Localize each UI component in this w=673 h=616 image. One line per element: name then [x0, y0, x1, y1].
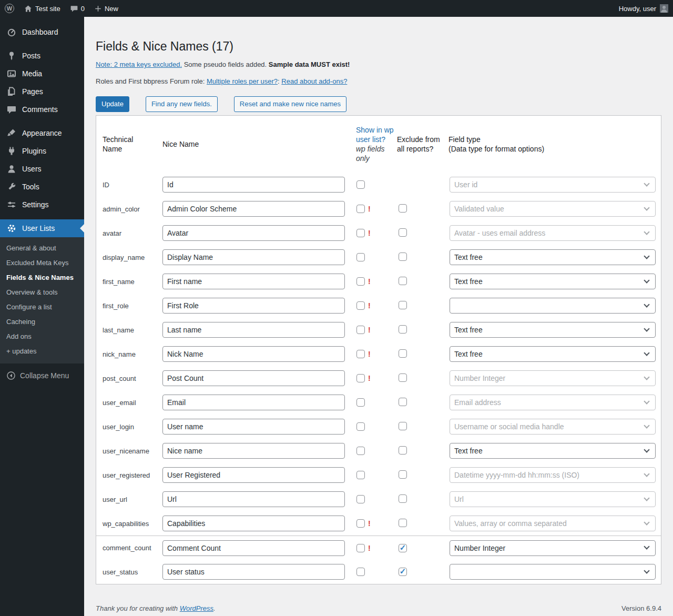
- show-checkbox[interactable]: ✓: [356, 277, 365, 286]
- exclude-checkbox[interactable]: ✓: [399, 204, 407, 213]
- sidebar-item-posts[interactable]: Posts: [0, 47, 84, 65]
- field-type-select[interactable]: Text free: [450, 322, 656, 338]
- field-type-select[interactable]: Text free: [450, 274, 656, 289]
- nice-name-input[interactable]: [162, 370, 345, 386]
- exclude-checkbox[interactable]: ✓: [399, 470, 407, 479]
- field-type-select[interactable]: Email address: [450, 395, 656, 410]
- reset-nice-names-button[interactable]: Reset and make new nice names: [234, 96, 346, 112]
- exclude-checkbox[interactable]: ✓: [399, 446, 407, 455]
- field-type-select[interactable]: Values, array or comma separated: [450, 516, 656, 531]
- show-checkbox[interactable]: ✓: [356, 180, 365, 189]
- exclude-checkbox[interactable]: ✓: [399, 519, 407, 527]
- sidebar-item-media[interactable]: Media: [0, 65, 84, 83]
- field-type-select[interactable]: [450, 564, 656, 580]
- field-type-select[interactable]: Number Integer: [450, 540, 656, 556]
- wordpress-link[interactable]: WordPress: [180, 604, 213, 612]
- nice-name-input[interactable]: [162, 419, 345, 435]
- nice-name-input[interactable]: [162, 201, 345, 217]
- collapse-menu-button[interactable]: Collapse Menu: [0, 367, 84, 385]
- field-type-select[interactable]: Text free: [450, 443, 656, 459]
- show-checkbox[interactable]: ✓: [356, 398, 365, 407]
- show-checkbox[interactable]: ✓: [356, 374, 365, 382]
- show-checkbox[interactable]: ✓: [356, 495, 365, 503]
- nice-name-input[interactable]: [162, 177, 345, 193]
- nice-name-input[interactable]: [162, 467, 345, 483]
- exclude-checkbox[interactable]: ✓: [399, 228, 407, 237]
- exclude-checkbox[interactable]: ✓: [399, 277, 407, 285]
- show-checkbox[interactable]: ✓: [356, 447, 365, 455]
- nice-name-input[interactable]: [162, 249, 345, 265]
- show-checkbox[interactable]: ✓: [356, 326, 365, 334]
- sidebar-item-dashboard[interactable]: Dashboard: [0, 23, 84, 41]
- nice-name-input[interactable]: [162, 443, 345, 459]
- exclude-checkbox[interactable]: ✓: [399, 253, 407, 261]
- nice-name-input[interactable]: [162, 491, 345, 507]
- sidebar-item-settings[interactable]: Settings: [0, 196, 84, 214]
- exclude-checkbox[interactable]: ✓: [399, 422, 407, 430]
- exclude-checkbox[interactable]: ✓: [399, 301, 407, 309]
- submenu-item-updates[interactable]: + updates: [0, 344, 84, 359]
- show-checkbox[interactable]: ✓: [356, 544, 365, 552]
- exclude-checkbox[interactable]: ✓: [399, 544, 407, 552]
- exclude-checkbox[interactable]: ✓: [399, 373, 407, 382]
- field-type-select[interactable]: Username or social media handle: [450, 419, 656, 435]
- show-checkbox[interactable]: ✓: [356, 471, 365, 479]
- sidebar-item-plugins[interactable]: Plugins: [0, 142, 84, 160]
- sidebar-item-pages[interactable]: Pages: [0, 83, 84, 100]
- meta-keys-excluded-link[interactable]: Note: 2 meta keys excluded.: [96, 60, 182, 68]
- submenu-item-cacheing[interactable]: Cacheing: [0, 315, 84, 329]
- submenu-item-overview-tools[interactable]: Overview & tools: [0, 285, 84, 300]
- read-about-addons-link[interactable]: Read about add-ons?: [281, 77, 347, 85]
- find-new-fields-button[interactable]: Find any new fields.: [146, 96, 218, 112]
- exclude-checkbox[interactable]: ✓: [399, 568, 407, 576]
- exclude-checkbox[interactable]: ✓: [399, 325, 407, 334]
- submenu-item-configure-a-list[interactable]: Configure a list: [0, 300, 84, 315]
- sidebar-item-user-lists[interactable]: User Lists: [0, 219, 84, 237]
- submenu-item-fields-nice-names[interactable]: Fields & Nice Names: [0, 270, 84, 285]
- sidebar-item-users[interactable]: Users: [0, 160, 84, 178]
- field-type-select[interactable]: Avatar - uses email address: [450, 225, 656, 241]
- field-type-select[interactable]: Text free: [450, 346, 656, 362]
- site-link[interactable]: Test site: [19, 0, 65, 17]
- update-button[interactable]: Update: [96, 96, 129, 112]
- avatar[interactable]: [660, 4, 668, 13]
- nice-name-input[interactable]: [162, 322, 345, 338]
- field-type-select[interactable]: Number Integer: [450, 370, 656, 386]
- nice-name-input[interactable]: [162, 540, 345, 556]
- exclude-checkbox[interactable]: ✓: [399, 349, 407, 358]
- exclude-checkbox[interactable]: ✓: [399, 398, 407, 406]
- field-type-select[interactable]: [450, 298, 656, 314]
- sidebar-item-tools[interactable]: Tools: [0, 178, 84, 196]
- nice-name-input[interactable]: [162, 225, 345, 241]
- field-type-select[interactable]: Url: [450, 491, 656, 507]
- field-type-select[interactable]: Datetime yyyy-mm-dd hh:mm:ss (ISO): [450, 467, 656, 483]
- show-in-wp-user-list-link[interactable]: Show in wp user list?: [356, 125, 397, 144]
- show-checkbox[interactable]: ✓: [356, 350, 365, 358]
- show-checkbox[interactable]: ✓: [356, 253, 365, 261]
- wordpress-menu[interactable]: W: [0, 0, 19, 17]
- submenu-item-add-ons[interactable]: Add ons: [0, 329, 84, 344]
- multiple-roles-link[interactable]: Multiple roles per user?: [207, 77, 278, 85]
- submenu-item-general-about[interactable]: General & about: [0, 241, 84, 256]
- show-checkbox[interactable]: ✓: [356, 519, 365, 528]
- new-content-button[interactable]: New: [89, 0, 123, 17]
- show-checkbox[interactable]: ✓: [356, 568, 365, 576]
- nice-name-input[interactable]: [162, 298, 345, 314]
- field-type-select[interactable]: Text free: [450, 249, 656, 265]
- show-checkbox[interactable]: ✓: [356, 229, 365, 237]
- submenu-item-excluded-meta-keys[interactable]: Excluded Meta Keys: [0, 256, 84, 270]
- comments-shortcut[interactable]: 0: [65, 0, 89, 17]
- sidebar-item-appearance[interactable]: Appearance: [0, 124, 84, 142]
- exclude-checkbox[interactable]: ✓: [399, 494, 407, 503]
- show-checkbox[interactable]: ✓: [356, 422, 365, 431]
- field-type-select[interactable]: Validated value: [450, 201, 656, 217]
- nice-name-input[interactable]: [162, 395, 345, 410]
- nice-name-input[interactable]: [162, 564, 345, 580]
- show-checkbox[interactable]: ✓: [356, 205, 365, 213]
- show-checkbox[interactable]: ✓: [356, 301, 365, 310]
- nice-name-input[interactable]: [162, 346, 345, 362]
- sidebar-item-comments[interactable]: Comments: [0, 100, 84, 118]
- nice-name-input[interactable]: [162, 274, 345, 289]
- field-type-select[interactable]: User id: [450, 177, 656, 193]
- my-account[interactable]: Howdy, user: [614, 0, 656, 17]
